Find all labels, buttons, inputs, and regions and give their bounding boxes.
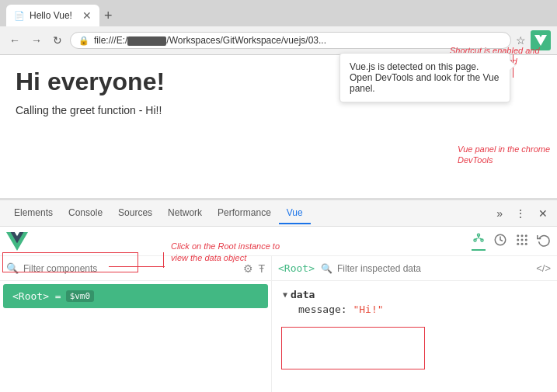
- annotation-click-root: Click on the Root instance to view the d…: [171, 256, 295, 265]
- vue-logo-small-icon: [534, 35, 547, 46]
- devtools-close-area: » ⋮ ✕: [493, 206, 551, 221]
- data-expand-toggle[interactable]: ▼ data: [283, 289, 546, 300]
- devtools-more-button[interactable]: »: [493, 206, 506, 221]
- svg-point-15: [525, 242, 527, 245]
- devtools-tab-bar: Elements Console Sources Network Perform…: [0, 200, 557, 227]
- tab-page-icon: 📄: [14, 11, 25, 21]
- page-subtitle: Calling the greet function - Hi!!: [16, 104, 541, 116]
- tab-vue[interactable]: Vue: [279, 203, 311, 224]
- tab-title: Hello Vue!: [30, 10, 72, 21]
- data-section-label: data: [291, 289, 315, 300]
- vue-inspect-bar: <Root> 🔍 </>: [272, 256, 557, 281]
- tooltip-arrow: [510, 60, 516, 71]
- refresh-button[interactable]: ↻: [50, 33, 65, 48]
- tab-bar: 📄 Hello Vue! ✕ +: [0, 0, 557, 26]
- vuex-button[interactable]: [515, 233, 529, 250]
- tab-close-button[interactable]: ✕: [82, 9, 92, 22]
- history-button[interactable]: [493, 233, 507, 250]
- vue-panel: 🔍 ⚙ Ŧ <Root> = $vm0 Click on the Root in…: [0, 227, 557, 392]
- vue-panel-content: 🔍 ⚙ Ŧ <Root> = $vm0 Click on the Root in…: [0, 256, 557, 392]
- lock-icon: 🔒: [78, 36, 89, 46]
- address-text: file:///E:/ /Workspaces/GitWorkspace/vue…: [94, 35, 326, 46]
- svg-point-11: [521, 238, 524, 241]
- data-field-value: "Hi!": [353, 304, 383, 315]
- svg-point-12: [525, 238, 527, 241]
- devtools-panel: Elements Console Sources Network Perform…: [0, 199, 557, 392]
- address-input[interactable]: 🔒 file:///E:/ /Workspaces/GitWorkspace/v…: [70, 32, 511, 49]
- svg-point-10: [517, 238, 519, 241]
- devtools-menu-button[interactable]: ⋮: [512, 206, 529, 221]
- vue-data-section: ▼ data message: "Hi!": [272, 281, 557, 323]
- svg-point-14: [521, 242, 524, 245]
- annotation-line-root-horiz: [109, 266, 165, 267]
- devtools-close-button[interactable]: ✕: [535, 206, 551, 221]
- svg-point-8: [521, 234, 524, 237]
- svg-line-5: [480, 238, 482, 239]
- new-tab-button[interactable]: +: [104, 9, 113, 23]
- component-tree-button[interactable]: [472, 232, 486, 251]
- svg-point-9: [525, 234, 527, 237]
- data-field-key: message:: [298, 304, 347, 315]
- tab-performance[interactable]: Performance: [210, 203, 279, 224]
- code-view-button[interactable]: </>: [536, 262, 551, 274]
- filter-search-icon: 🔍: [6, 262, 19, 274]
- data-field-row: message: "Hi!": [283, 304, 546, 315]
- inspect-filter-input[interactable]: [337, 263, 454, 274]
- tooltip-arrow-inner: [510, 61, 515, 70]
- tooltip-text: Vue.js is detected on this page. Open De…: [350, 61, 499, 94]
- vue-panel-icons: [472, 232, 551, 251]
- forward-button[interactable]: →: [28, 33, 45, 48]
- tab-network[interactable]: Network: [160, 203, 210, 224]
- vue-left-panel: 🔍 ⚙ Ŧ <Root> = $vm0 Click on the Root in…: [0, 256, 272, 392]
- browser-tab-active[interactable]: 📄 Hello Vue! ✕: [6, 5, 99, 26]
- refresh-button[interactable]: [537, 233, 551, 250]
- tab-sources[interactable]: Sources: [110, 203, 160, 224]
- vue-inspect-actions: </>: [536, 262, 551, 274]
- annotation-vue-panel: Vue panel in the chrome DevTools: [458, 144, 551, 166]
- vue-detected-tooltip: Vue.js is detected on this page. Open De…: [339, 53, 510, 102]
- vue-right-panel: <Root> 🔍 </> ▼ data m: [272, 256, 557, 392]
- svg-point-13: [517, 242, 519, 245]
- expand-triangle-icon: ▼: [283, 290, 287, 299]
- svg-point-7: [517, 234, 519, 237]
- inspect-search-icon: 🔍: [321, 263, 332, 274]
- back-button[interactable]: ←: [6, 33, 23, 48]
- vue-logo-icon: [6, 231, 28, 252]
- svg-point-0: [478, 234, 480, 236]
- vm-badge: $vm0: [66, 290, 95, 302]
- vue-inspect-filter: 🔍: [321, 263, 530, 274]
- svg-line-3: [475, 238, 477, 239]
- tab-elements[interactable]: Elements: [6, 203, 61, 224]
- root-component-label: <Root> =: [12, 290, 61, 302]
- root-component-item[interactable]: <Root> = $vm0: [3, 284, 268, 308]
- tab-console[interactable]: Console: [61, 203, 110, 224]
